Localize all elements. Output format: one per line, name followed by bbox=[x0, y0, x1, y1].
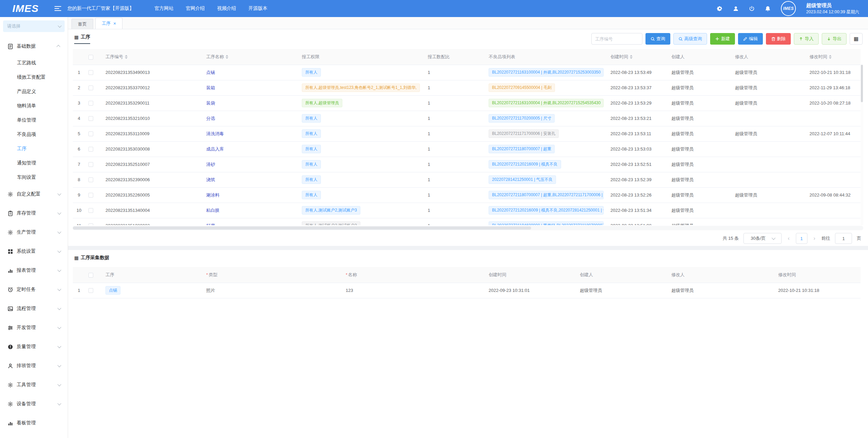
cell-modified_at bbox=[806, 203, 861, 218]
sidebar-group-设备管理[interactable]: 设备管理 bbox=[0, 394, 68, 413]
next-page-button[interactable]: › bbox=[812, 235, 817, 241]
user-avatar[interactable]: IMES bbox=[781, 1, 796, 16]
nav-link-open-source-version[interactable]: 开源版本 bbox=[248, 5, 267, 12]
row-checkbox[interactable] bbox=[88, 116, 93, 121]
cell-code: 202208231352390006 bbox=[102, 172, 203, 187]
cell-permission: 所有人 bbox=[298, 172, 424, 187]
horizontal-scrollbar-thumb[interactable] bbox=[73, 226, 531, 230]
sidebar-group-工具管理[interactable]: 工具管理 bbox=[0, 375, 68, 394]
column-header-修改时间[interactable]: 修改时间 bbox=[806, 49, 861, 65]
sidebar-item-工艺路线[interactable]: 工艺路线 bbox=[0, 56, 68, 70]
row-checkbox[interactable] bbox=[88, 101, 93, 106]
column-header-工序名称[interactable]: 工序名称 bbox=[203, 49, 298, 65]
process-name-link[interactable]: 装箱 bbox=[206, 85, 215, 90]
sidebar-group-看板管理[interactable]: 看板管理 bbox=[0, 413, 68, 433]
sidebar-item-车间设置[interactable]: 车间设置 bbox=[0, 170, 68, 185]
goto-page-input[interactable] bbox=[835, 233, 852, 244]
cell-defects: BL2022072721163100004 | 外观,BL20220727152… bbox=[485, 65, 607, 80]
sidebar-group-基础数据[interactable]: 基础数据 bbox=[0, 37, 68, 56]
sidebar-group-流程管理[interactable]: 流程管理 bbox=[0, 299, 68, 318]
nav-link-official-site[interactable]: 官方网站 bbox=[154, 5, 174, 12]
row-checkbox[interactable] bbox=[88, 85, 93, 90]
delete-button[interactable]: 删除 bbox=[766, 33, 791, 45]
cell-created_by: 超级管理员 bbox=[668, 126, 732, 141]
sidebar-group-定时任务[interactable]: 定时任务 bbox=[0, 280, 68, 299]
row-checkbox[interactable] bbox=[88, 147, 93, 152]
sidebar-group-生产管理[interactable]: 生产管理 bbox=[0, 223, 68, 242]
process-name-link[interactable]: 打磨 bbox=[206, 223, 215, 225]
column-header-工序编号[interactable]: 工序编号 bbox=[102, 49, 203, 65]
row-checkbox[interactable] bbox=[88, 193, 93, 198]
sidebar-item-物料清单[interactable]: 物料清单 bbox=[0, 99, 68, 113]
tab-工序[interactable]: 工序× bbox=[95, 18, 122, 29]
advanced-query-button[interactable]: 高级查询 bbox=[673, 33, 707, 45]
cell-name: 清砂 bbox=[203, 157, 298, 172]
column-header-创建时间[interactable]: 创建时间 bbox=[607, 49, 668, 65]
cell-created_by: 超级管理员 bbox=[668, 187, 732, 203]
process-name-link[interactable]: 浇筑 bbox=[206, 177, 215, 182]
sidebar-group-报表管理[interactable]: 报表管理 bbox=[0, 261, 68, 280]
sidebar-group-库存管理[interactable]: 库存管理 bbox=[0, 204, 68, 223]
sort-icon[interactable] bbox=[226, 55, 228, 59]
sidebar-item-单位管理[interactable]: 单位管理 bbox=[0, 113, 68, 127]
sidebar-group-质量管理[interactable]: 质量管理 bbox=[0, 337, 68, 356]
cell-name: 粘白膜 bbox=[203, 203, 298, 218]
export-button[interactable]: 导出 bbox=[822, 33, 847, 45]
sort-icon[interactable] bbox=[630, 55, 633, 59]
process-name-link[interactable]: 清洗消毒 bbox=[206, 131, 224, 136]
sidebar-item-不良品项[interactable]: 不良品项 bbox=[0, 127, 68, 142]
clock-icon bbox=[7, 287, 13, 293]
top-header: IMES 您的新一代工厂管家【开源版】 官方网站官网介绍视频介绍开源版本 IME… bbox=[0, 0, 868, 17]
process-code-search-input[interactable] bbox=[591, 33, 642, 45]
create-button[interactable]: 新建 bbox=[710, 33, 735, 45]
process-name-link[interactable]: 清砂 bbox=[206, 162, 215, 167]
select-all-checkbox[interactable] bbox=[88, 55, 93, 60]
sidebar-filter-select[interactable]: 请选择 bbox=[3, 20, 65, 32]
vertical-scrollbar-thumb[interactable] bbox=[861, 65, 863, 102]
edit-button[interactable]: 编辑 bbox=[738, 33, 763, 45]
prev-page-button[interactable]: ‹ bbox=[786, 235, 791, 241]
process-name-link[interactable]: 涮涂料 bbox=[206, 192, 219, 198]
user-icon[interactable] bbox=[733, 6, 739, 12]
sidebar-group-系统设置[interactable]: 系统设置 bbox=[0, 242, 68, 261]
grid-icon: ▦ bbox=[74, 34, 79, 40]
tab-首页[interactable]: 首页 bbox=[71, 19, 93, 29]
row-checkbox[interactable] bbox=[88, 131, 93, 136]
notifications-bell-icon[interactable] bbox=[765, 6, 771, 12]
sort-icon[interactable] bbox=[829, 55, 832, 59]
settings-gear-icon[interactable] bbox=[717, 6, 723, 12]
row-checkbox[interactable] bbox=[88, 288, 93, 293]
page-size-select[interactable]: 30条/页 bbox=[743, 233, 782, 244]
sidebar-item-工序[interactable]: 工序 bbox=[0, 142, 68, 156]
nav-link-site-intro[interactable]: 官网介绍 bbox=[186, 5, 205, 12]
row-checkbox[interactable] bbox=[88, 70, 93, 75]
select-all-checkbox[interactable] bbox=[88, 273, 93, 278]
column-settings-button[interactable]: ▦ bbox=[850, 33, 863, 45]
sidebar-group-开发管理[interactable]: 开发管理 bbox=[0, 318, 68, 337]
sidebar-item-产品定义[interactable]: 产品定义 bbox=[0, 84, 68, 99]
process-toolbar: 查询高级查询新建编辑删除导入导出 ▦ bbox=[591, 33, 863, 45]
sidebar-group-自定义配置[interactable]: 自定义配置 bbox=[0, 185, 68, 204]
process-name-link[interactable]: 装袋 bbox=[206, 100, 215, 106]
menu-toggle-icon[interactable] bbox=[54, 6, 61, 11]
logout-power-icon[interactable] bbox=[749, 6, 755, 12]
nav-link-video-intro[interactable]: 视频介绍 bbox=[217, 5, 236, 12]
process-name-link[interactable]: 成品入库 bbox=[206, 146, 224, 152]
sidebar-item-通知管理[interactable]: 通知管理 bbox=[0, 156, 68, 170]
column-header-创建人: 创建人 bbox=[576, 267, 668, 283]
query-button[interactable]: 查询 bbox=[645, 33, 670, 45]
close-icon[interactable]: × bbox=[113, 21, 116, 26]
process-table-row: 11202208231351080003打磨所有人,测试账户2,测试账户31BL… bbox=[73, 218, 861, 225]
sidebar-group-排班管理[interactable]: 排班管理 bbox=[0, 356, 68, 375]
process-name-link[interactable]: 点锡 bbox=[206, 70, 215, 75]
row-checkbox[interactable] bbox=[88, 208, 93, 213]
row-checkbox[interactable] bbox=[88, 177, 93, 182]
import-button[interactable]: 导入 bbox=[794, 33, 819, 45]
sidebar-item-绩效工资配置[interactable]: 绩效工资配置 bbox=[0, 70, 68, 84]
sort-icon[interactable] bbox=[125, 55, 128, 59]
process-name-link[interactable]: 粘白膜 bbox=[206, 208, 219, 213]
process-name-link[interactable]: 分选 bbox=[206, 116, 215, 121]
page-number-button[interactable]: 1 bbox=[796, 233, 807, 244]
row-checkbox[interactable] bbox=[88, 223, 93, 225]
row-checkbox[interactable] bbox=[88, 162, 93, 167]
